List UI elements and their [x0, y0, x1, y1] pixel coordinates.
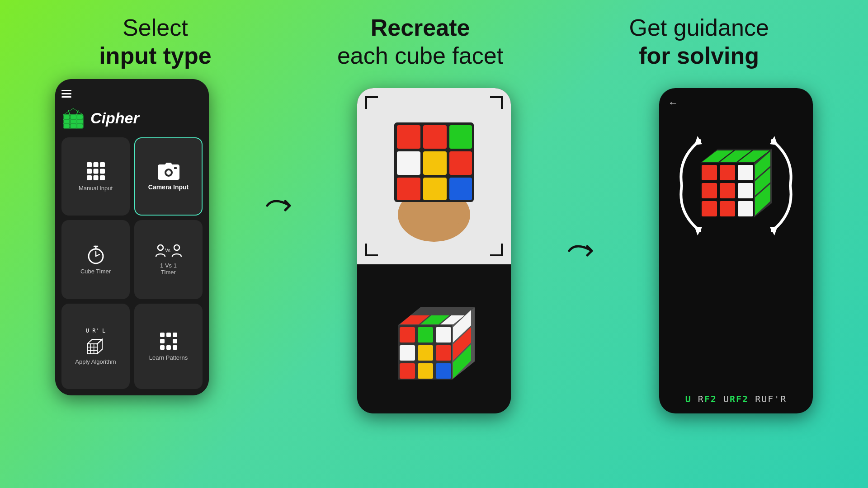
solved-cube-icon [673, 122, 799, 249]
arrow2-container [567, 237, 603, 264]
svg-rect-79 [436, 363, 451, 379]
svg-rect-18 [77, 124, 83, 128]
arrow1-icon [265, 192, 301, 219]
svg-rect-101 [738, 201, 753, 216]
phone1-topbar [61, 88, 203, 102]
cube-3d-icon [384, 289, 484, 389]
svg-rect-72 [418, 327, 433, 343]
svg-rect-16 [64, 124, 70, 128]
svg-rect-76 [436, 345, 451, 361]
1v1-timer-button[interactable]: Vs 1 Vs 1 Timer [134, 220, 203, 299]
cube-timer-label: Cube Timer [80, 268, 111, 275]
cube-timer-button[interactable]: Cube Timer [61, 220, 130, 299]
svg-rect-39 [87, 344, 97, 354]
phone1: Cipher Manual Input [55, 79, 209, 395]
phone3-topbar: ← [659, 88, 813, 113]
svg-rect-20 [93, 162, 98, 167]
timer-icon [86, 244, 106, 264]
svg-point-29 [166, 170, 171, 175]
svg-rect-27 [100, 175, 105, 180]
camera-input-button[interactable]: Camera Input [134, 137, 203, 216]
phone3-content: U RF2 URF2 RUF'R [659, 113, 813, 413]
app-name: Cipher [90, 109, 139, 127]
svg-rect-63 [449, 125, 472, 149]
svg-rect-53 [173, 345, 177, 350]
arrow1-container [265, 192, 301, 219]
svg-rect-26 [93, 175, 98, 180]
svg-rect-61 [397, 125, 420, 149]
grid-icon [86, 161, 106, 181]
apply-algorithm-label: Apply Algorithm [75, 358, 116, 365]
algo-cube-icon [87, 338, 105, 355]
cube-3d-view [357, 264, 511, 413]
1v1-timer-label: 1 Vs 1 Timer [160, 262, 177, 276]
header-col3-line1: Get guidance [629, 14, 769, 41]
svg-rect-14 [71, 120, 76, 123]
svg-rect-69 [449, 178, 472, 200]
svg-rect-25 [87, 175, 92, 180]
algo-highlight-r2: RF2 [730, 394, 749, 404]
svg-rect-68 [423, 178, 447, 200]
svg-rect-98 [738, 183, 753, 198]
svg-marker-6 [63, 108, 83, 115]
phone3: ← [659, 88, 813, 413]
svg-rect-97 [720, 183, 735, 198]
svg-rect-11 [71, 115, 76, 119]
header-col2-line1: Recreate [371, 14, 470, 41]
svg-marker-9 [83, 113, 85, 128]
learn-patterns-button[interactable]: Learn Patterns [134, 304, 203, 389]
phone2 [357, 88, 511, 413]
svg-rect-74 [400, 345, 415, 361]
svg-rect-49 [160, 339, 165, 343]
svg-rect-23 [93, 169, 98, 174]
svg-rect-30 [174, 167, 177, 169]
svg-rect-73 [436, 327, 451, 343]
phones-row: Cipher Manual Input [0, 79, 868, 413]
svg-rect-17 [71, 124, 76, 128]
svg-rect-96 [702, 183, 717, 198]
arrow2-icon [567, 237, 603, 264]
svg-rect-13 [64, 120, 70, 123]
svg-rect-93 [702, 165, 717, 180]
svg-rect-75 [418, 345, 433, 361]
header-col1-line1: Select [123, 14, 188, 41]
hamburger-icon[interactable] [61, 90, 71, 98]
manual-input-button[interactable]: Manual Input [61, 137, 130, 216]
svg-rect-77 [400, 363, 415, 379]
svg-rect-66 [449, 151, 472, 175]
svg-rect-46 [160, 333, 165, 337]
svg-rect-47 [166, 333, 171, 337]
svg-rect-99 [702, 201, 717, 216]
svg-rect-48 [173, 333, 177, 337]
header-col1: Select input type [99, 14, 211, 70]
header-col3: Get guidance for solving [629, 14, 769, 70]
algo-r3: RUF'R [749, 394, 787, 404]
algorithm-text: U RF2 URF2 RUF'R [685, 394, 787, 404]
header-row: Select input type Recreate each cube fac… [0, 0, 868, 75]
hand-rubik-image [371, 106, 497, 246]
svg-rect-67 [397, 178, 420, 200]
svg-point-38 [174, 245, 179, 250]
svg-rect-24 [100, 169, 105, 174]
algo-text-icon: U R' L [86, 328, 105, 334]
header-col2: Recreate each cube facet [337, 14, 503, 70]
app-title-row: Cipher [61, 102, 203, 137]
manual-input-label: Manual Input [79, 185, 113, 192]
camera-icon [158, 162, 179, 180]
svg-rect-100 [720, 201, 735, 216]
svg-rect-10 [64, 115, 70, 119]
svg-text:Vs: Vs [165, 248, 170, 253]
svg-rect-51 [160, 345, 165, 350]
svg-rect-78 [418, 363, 433, 379]
svg-rect-21 [100, 162, 105, 167]
svg-rect-71 [400, 327, 415, 343]
svg-rect-15 [77, 120, 83, 123]
header-col2-line2: each cube facet [337, 42, 503, 69]
svg-rect-19 [87, 162, 92, 167]
back-button[interactable]: ← [668, 97, 678, 108]
apply-algorithm-button[interactable]: U R' L Apply Algorithm [61, 304, 130, 389]
vs-icon: Vs [155, 244, 182, 258]
learn-patterns-label: Learn Patterns [149, 354, 188, 361]
svg-rect-22 [87, 169, 92, 174]
camera-view [357, 88, 511, 264]
